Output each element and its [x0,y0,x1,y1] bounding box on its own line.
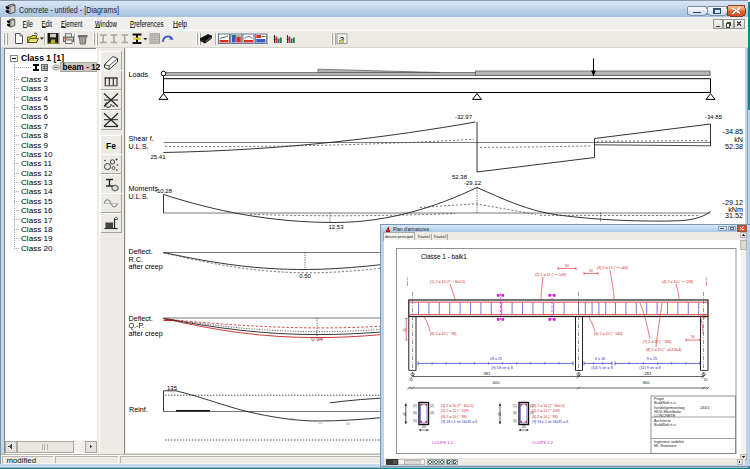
svg-text:-34.85: -34.85 [705,114,723,120]
svg-text:Class 3: Class 3 [21,84,48,93]
svg-text:45: 45 [403,328,407,332]
svg-text:Class 19: Class 19 [21,234,53,243]
svg-text:1: 1 [273,35,276,41]
svg-text:(4) 2 ø 10 (ˉ¹⁰⁰ 158): (4) 2 ø 10 (ˉ¹⁰⁰ 158) [662,280,693,284]
svg-text:75: 75 [290,417,295,422]
svg-text:45: 45 [403,412,407,416]
svg-text:(6): (6) [513,411,517,415]
svg-text:Class 16: Class 16 [21,206,53,215]
svg-text:45: 45 [498,412,502,416]
svg-text:(2) 2 ø 12 (ˉˉ 109): (2) 2 ø 12 (ˉˉ 109) [441,409,469,413]
svg-text:Edit: Edit [42,19,53,29]
svg-text:50: 50 [318,420,323,425]
svg-text:Class 13: Class 13 [21,178,53,187]
svg-text:dessin principal: dessin principal [385,234,413,239]
svg-text:Class 17: Class 17 [21,216,53,225]
svg-text:20: 20 [422,425,426,429]
svg-text:(1): (1) [513,404,517,408]
svg-text:(6): (6) [413,411,417,415]
svg-text:U.L.S.: U.L.S. [129,192,149,201]
svg-text:Class 20: Class 20 [21,244,53,253]
svg-text:(11) 9 str ø 8: (11) 9 str ø 8 [639,366,660,370]
svg-text:1: 1 [286,35,289,41]
svg-text:Class 2: Class 2 [21,75,48,84]
svg-text:(10) 5 str ø 8: (10) 5 str ø 8 [591,366,613,370]
svg-text:(9) 18 str ø 8: (9) 18 str ø 8 [491,366,513,370]
svg-text:281: 281 [645,371,653,376]
svg-text:0.50: 0.50 [299,273,311,279]
svg-text:Architecte: Architecte [654,419,671,423]
svg-text:Travée1: Travée1 [418,234,432,239]
svg-text:(7) 2 ø 12 (ˉˉ 180): (7) 2 ø 12 (ˉˉ 180) [643,340,671,344]
svg-text:Preferences: Preferences [130,19,164,29]
svg-text:52.38: 52.38 [452,174,468,180]
svg-text:(3): (3) [430,411,434,415]
svg-text:(8) 2 ø 10 (ˉˉ ø14 8x4): (8) 2 ø 10 (ˉˉ ø14 8x4) [646,348,681,352]
svg-text:Plan d'armatures: Plan d'armatures [393,227,430,232]
svg-text:135: 135 [167,385,178,391]
svg-text:300: 300 [643,380,651,385]
svg-text:9 x 25: 9 x 25 [647,357,657,361]
svg-text:Class 10: Class 10 [21,150,53,159]
svg-text:(3) 2 ø 12 (ˉ¹⁰⁰ x63): (3) 2 ø 12 (ˉ¹⁰⁰ x63) [597,266,628,270]
svg-text:Class 4: Class 4 [21,94,48,103]
svg-text:CONCRETE: CONCRETE [654,414,676,418]
svg-text:after creep: after creep [129,262,163,271]
svg-text:40: 40 [346,421,351,426]
svg-text:BuildSoft n.v.: BuildSoft n.v. [654,423,676,427]
svg-text:Reinf.: Reinf. [129,405,148,414]
svg-text:Concrete - untitled - [Diagram: Concrete - untitled - [Diagrams] [19,5,119,15]
svg-text:(2) 2 ø 12 (ˉ¹⁰⁰ 109): (2) 2 ø 12 (ˉ¹⁰⁰ 109) [535,273,566,277]
svg-text:Class 5: Class 5 [21,103,48,112]
svg-text:(1): (1) [413,404,417,408]
svg-text:Class 15: Class 15 [21,197,53,206]
svg-text:-10.28: -10.28 [155,188,173,194]
svg-text:after creep: after creep [129,329,163,338]
svg-text:Classe 1 - balk1: Classe 1 - balk1 [421,253,467,260]
svg-text:50: 50 [691,335,695,339]
svg-text:Class 8: Class 8 [21,131,48,140]
svg-text:(9) 18 x 1 str 18x35 ø 8: (9) 18 x 1 str 18x35 ø 8 [532,420,568,424]
svg-text:Mr. Someone: Mr. Someone [654,444,677,448]
svg-text:(6) 2 ø 10 (ˉˉ 98): (6) 2 ø 10 (ˉˉ 98) [441,415,467,419]
svg-text:20: 20 [522,425,526,429]
svg-text:(1) 2 ø 10 (7ˉ⁵ 8x0,5): (1) 2 ø 10 (7ˉ⁵ 8x0,5) [441,404,474,408]
svg-text:(6) 2 ø 10 (ˉˉ 140): (6) 2 ø 10 (ˉˉ 140) [594,332,622,336]
svg-text:(5): (5) [413,419,417,423]
svg-text:52.38: 52.38 [725,142,743,151]
svg-text:18 x 25: 18 x 25 [490,357,502,361]
svg-text:Class 11: Class 11 [21,159,52,168]
svg-text:-32.97: -32.97 [455,114,473,120]
svg-text:400: 400 [493,380,501,385]
svg-text:31.52: 31.52 [725,211,743,220]
svg-text:(6) 2 ø 10 (ˉˉ 98): (6) 2 ø 10 (ˉˉ 98) [532,415,558,419]
svg-text:2: 2 [706,277,708,281]
svg-text:(6) 2 ø 10 (ˉˉ 98): (6) 2 ø 10 (ˉˉ 98) [430,332,456,336]
svg-text:25.41: 25.41 [150,154,166,160]
svg-text:Travée2: Travée2 [434,234,448,239]
svg-text:Class 7: Class 7 [21,122,48,131]
svg-text:COUPE 2-2: COUPE 2-2 [532,440,554,445]
svg-text:File: File [23,19,34,29]
svg-text:244/1: 244/1 [700,406,710,410]
svg-text:381: 381 [484,371,492,376]
svg-text:Loads: Loads [129,70,149,79]
svg-text:(1) 2 ø 10 (7ˉ⁵⁰ 8x0,5): (1) 2 ø 10 (7ˉ⁵⁰ 8x0,5) [430,280,465,284]
svg-text:Class 1 [1]: Class 1 [1] [21,53,64,63]
svg-text:hundelgemsestwg: hundelgemsestwg [654,406,685,410]
svg-text:1: 1 [407,277,409,281]
svg-text:0.94: 0.94 [311,336,323,342]
svg-text:(5): (5) [513,419,517,423]
svg-text:BuildSoft n.v.: BuildSoft n.v. [654,401,676,405]
svg-text:(2): (2) [430,404,434,408]
svg-text:10: 10 [409,378,413,382]
svg-text:-29.12: -29.12 [464,180,482,186]
svg-text:Window: Window [95,19,118,29]
svg-text:Class 6: Class 6 [21,112,48,121]
svg-text:Class 14: Class 14 [21,187,53,196]
svg-text:4 x 16: 4 x 16 [595,357,605,361]
svg-text:(9) 18 x 1 str 18x35 ø 8: (9) 18 x 1 str 18x35 ø 8 [441,420,477,424]
svg-text:Class 18: Class 18 [21,225,53,234]
svg-text:modified: modified [7,456,36,465]
svg-text:COUPE 1-1: COUPE 1-1 [432,440,454,445]
